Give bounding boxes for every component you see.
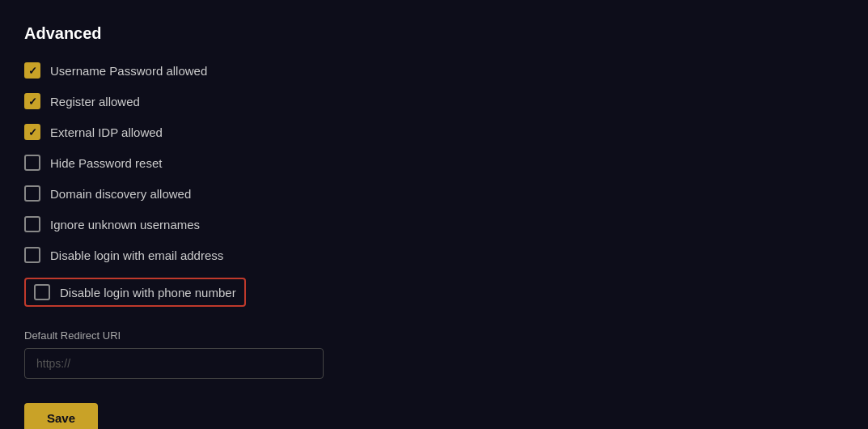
checkbox-disable-login-phone[interactable] (34, 284, 50, 300)
checkbox-label-disable-login-phone: Disable login with phone number (60, 286, 236, 299)
checkbox-hide-password-reset[interactable] (24, 155, 40, 171)
checkbox-item-domain-discovery[interactable]: Domain discovery allowed (24, 185, 844, 202)
redirect-uri-field-group: Default Redirect URI (24, 329, 844, 379)
checkbox-username-password[interactable] (24, 62, 40, 79)
save-button[interactable]: Save (24, 403, 98, 429)
redirect-uri-label: Default Redirect URI (24, 329, 844, 342)
checkbox-label-disable-login-email: Disable login with email address (50, 248, 223, 262)
checkbox-item-disable-login-email[interactable]: Disable login with email address (24, 247, 844, 263)
redirect-uri-input[interactable] (24, 348, 324, 379)
checkbox-register-allowed[interactable] (24, 93, 40, 109)
page-title: Advanced (24, 24, 844, 43)
checkbox-item-register-allowed[interactable]: Register allowed (24, 93, 844, 109)
checkbox-label-ignore-unknown-usernames: Ignore unknown usernames (50, 218, 200, 231)
checkboxes-container: Username Password allowedRegister allowe… (24, 62, 844, 321)
checkbox-item-external-idp[interactable]: External IDP allowed (24, 124, 844, 140)
checkbox-item-ignore-unknown-usernames[interactable]: Ignore unknown usernames (24, 216, 844, 232)
checkbox-ignore-unknown-usernames[interactable] (24, 216, 40, 232)
checkbox-domain-discovery[interactable] (24, 185, 40, 202)
checkbox-external-idp[interactable] (24, 124, 40, 140)
checkbox-item-disable-login-phone[interactable]: Disable login with phone number (24, 278, 246, 307)
checkbox-item-hide-password-reset[interactable]: Hide Password reset (24, 155, 844, 171)
checkbox-label-register-allowed: Register allowed (50, 95, 140, 108)
checkbox-item-username-password[interactable]: Username Password allowed (24, 62, 844, 79)
checkbox-label-domain-discovery: Domain discovery allowed (50, 187, 191, 201)
checkbox-label-username-password: Username Password allowed (50, 64, 207, 78)
checkbox-disable-login-email[interactable] (24, 247, 40, 263)
checkbox-label-hide-password-reset: Hide Password reset (50, 156, 162, 170)
checkbox-label-external-idp: External IDP allowed (50, 125, 163, 139)
